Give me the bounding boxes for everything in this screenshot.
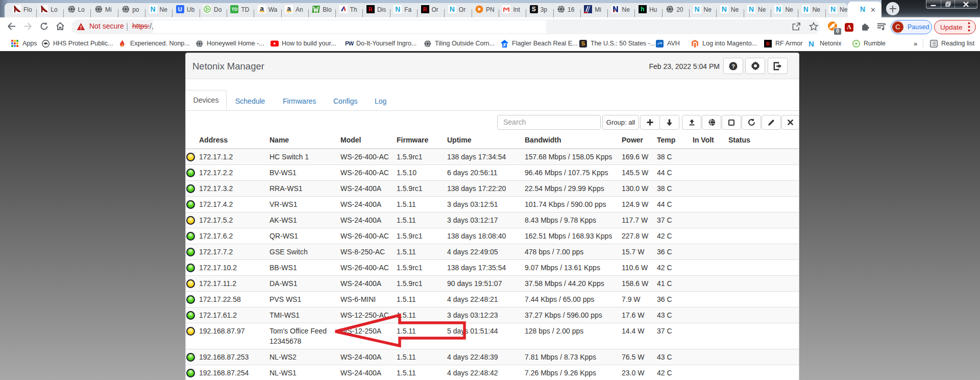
- svg-text:?: ?: [731, 63, 735, 69]
